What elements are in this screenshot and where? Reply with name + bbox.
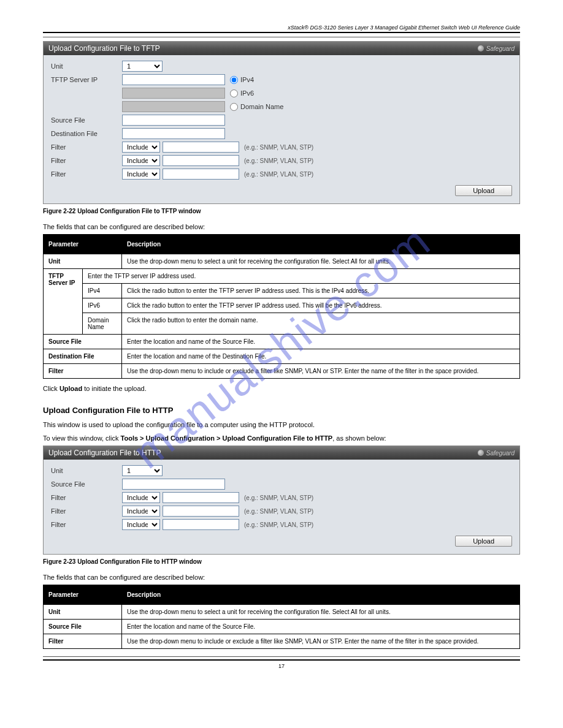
figure-caption-2: Figure 2-23 Upload Configuration File to…	[43, 558, 520, 565]
source-file-label: Source File	[51, 116, 122, 124]
unit-select-2[interactable]: 1	[122, 465, 163, 476]
table-row: Unit Use the drop-down menu to select a …	[44, 254, 520, 269]
filter-label-5: Filter	[51, 507, 122, 515]
unit-label-2: Unit	[51, 467, 122, 474]
section-intro: This window is used to upload the config…	[43, 421, 520, 428]
table-row: Filter Use the drop-down menu to include…	[44, 634, 520, 649]
filter-select-3[interactable]: Include	[122, 169, 160, 180]
filter-select-2[interactable]: Include	[122, 155, 160, 166]
filter-label-6: Filter	[51, 521, 122, 528]
unit-select[interactable]: 1	[122, 61, 163, 72]
table-row: Filter Use the drop-down menu to include…	[44, 364, 520, 379]
table-row: IPv4 Click the radio button to enter the…	[44, 284, 520, 298]
table2-header-description: Description	[122, 585, 520, 605]
table1-header-description: Description	[122, 235, 520, 254]
table-row: Destination File Enter the location and …	[44, 349, 520, 364]
table1-header-parameter: Parameter	[44, 235, 122, 254]
page-footer: 17	[43, 656, 520, 669]
filter-input-3[interactable]	[163, 169, 239, 180]
desc-2: The fields that can be configured are de…	[43, 574, 520, 581]
table-row: TFTP Server IP Enter the TFTP server IP …	[44, 269, 520, 284]
table-row: Source File Enter the location and name …	[44, 335, 520, 349]
tftp-panel: Upload Configuration File to TFTP Safegu…	[43, 41, 520, 204]
destination-file-label: Destination File	[51, 130, 122, 137]
desc-1: The fields that can be configured are de…	[43, 223, 520, 230]
ipv4-radio[interactable]	[230, 76, 238, 84]
section-heading-http: Upload Configuration File to HTTP	[43, 406, 520, 415]
filter-select-1[interactable]: Include	[122, 142, 160, 153]
filter-label-1: Filter	[51, 143, 122, 151]
ipv4-input[interactable]	[122, 74, 225, 85]
http-panel-title: Upload Configuration File to HTTP	[48, 449, 161, 457]
ipv6-label: IPv6	[240, 89, 254, 97]
table-row: Domain Name Click the radio button to en…	[44, 313, 520, 335]
filter-input-1[interactable]	[163, 142, 239, 153]
source-file-input[interactable]	[122, 115, 225, 126]
figure-caption-1: Figure 2-22 Upload Configuration File to…	[43, 208, 520, 214]
filter-select-4[interactable]: Include	[122, 492, 160, 503]
filter-hint-2: (e.g.: SNMP, VLAN, STP)	[244, 157, 313, 164]
safeguard-icon	[478, 45, 484, 51]
source-file-label-2: Source File	[51, 480, 122, 488]
ipv4-label: IPv4	[240, 76, 254, 83]
filter-hint-3: (e.g.: SNMP, VLAN, STP)	[244, 171, 313, 178]
table-row: Source File Enter the location and name …	[44, 620, 520, 634]
filter-input-2[interactable]	[163, 155, 239, 166]
domain-radio[interactable]	[230, 103, 238, 111]
parameter-table-2: Parameter Description Unit Use the drop-…	[43, 585, 520, 649]
filter-input-6[interactable]	[163, 519, 239, 530]
tftp-panel-title: Upload Configuration File to TFTP	[48, 44, 160, 53]
ipv6-input	[122, 88, 225, 99]
safeguard-badge: Safeguard	[478, 45, 515, 52]
table-row: Unit Use the drop-down menu to select a …	[44, 605, 520, 620]
unit-label: Unit	[51, 63, 122, 70]
filter-select-6[interactable]: Include	[122, 519, 160, 530]
safeguard-icon	[478, 450, 484, 456]
filter-input-4[interactable]	[163, 492, 239, 503]
domain-label: Domain Name	[240, 103, 283, 110]
filter-select-5[interactable]: Include	[122, 506, 160, 517]
filter-hint-6: (e.g.: SNMP, VLAN, STP)	[244, 521, 313, 528]
filter-hint-4: (e.g.: SNMP, VLAN, STP)	[244, 495, 313, 501]
domain-input	[122, 101, 225, 112]
safeguard-badge-2: Safeguard	[478, 450, 515, 457]
destination-file-input[interactable]	[122, 128, 225, 139]
ipv6-radio[interactable]	[230, 89, 238, 97]
upload-button-http[interactable]: Upload	[455, 536, 512, 547]
filter-label-2: Filter	[51, 157, 122, 164]
upload-button-tftp[interactable]: Upload	[455, 185, 512, 196]
source-file-input-2[interactable]	[122, 479, 225, 490]
filter-input-5[interactable]	[163, 506, 239, 517]
filter-label-4: Filter	[51, 494, 122, 501]
filter-label-3: Filter	[51, 170, 122, 178]
parameter-table-1: Parameter Description Unit Use the drop-…	[43, 234, 520, 379]
tftp-server-ip-label: TFTP Server IP	[51, 76, 122, 83]
table-row: IPv6 Click the radio button to enter the…	[44, 298, 520, 313]
upload-paragraph: Click Upload to initiate the upload.	[43, 385, 520, 392]
section-nav: To view this window, click Tools > Uploa…	[43, 434, 520, 442]
filter-hint-1: (e.g.: SNMP, VLAN, STP)	[244, 144, 313, 151]
page-header: xStack® DGS-3120 Series Layer 3 Managed …	[43, 25, 520, 33]
table2-header-parameter: Parameter	[44, 585, 122, 605]
filter-hint-5: (e.g.: SNMP, VLAN, STP)	[244, 508, 313, 515]
http-panel: Upload Configuration File to HTTP Safegu…	[43, 446, 520, 555]
